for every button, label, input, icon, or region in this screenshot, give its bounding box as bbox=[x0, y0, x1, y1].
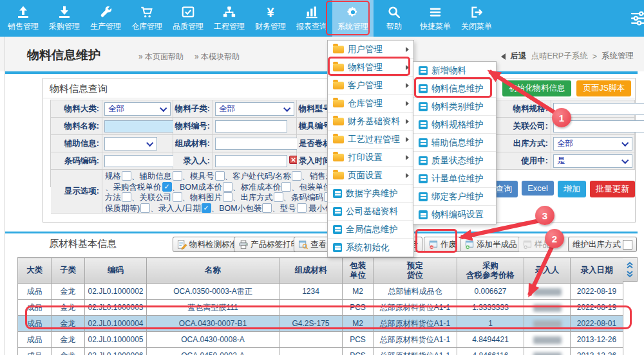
submenu-item-物料规格维护[interactable]: 物料规格维护 bbox=[413, 116, 496, 134]
select-value: 是 bbox=[557, 156, 565, 167]
page-js-script-button[interactable]: 页面JS脚本 bbox=[576, 80, 631, 96]
checkbox-关联公司[interactable] bbox=[173, 192, 182, 202]
column-header-子类[interactable]: 子类 bbox=[52, 258, 85, 284]
table-row[interactable]: 成品金龙02.JL0.1000005OCA.0430-0008-APCS总部原材… bbox=[18, 332, 623, 348]
table-cell: 金龙 bbox=[52, 284, 85, 300]
back-icon bbox=[501, 53, 506, 60]
checkbox-BOM成本价[interactable] bbox=[223, 182, 232, 192]
toolbar-button-作废[interactable]: 作废 bbox=[424, 237, 461, 252]
checkbox-录入人/日期[interactable] bbox=[202, 203, 211, 213]
page-help-link[interactable]: » 本页面帮助 bbox=[138, 51, 184, 62]
menu-item-页面设置[interactable]: 页面设置 bbox=[328, 167, 413, 185]
submenu-item-新增物料[interactable]: 新增物料 bbox=[413, 62, 496, 80]
nav-item-财务管理[interactable]: ¥财务管理 bbox=[250, 0, 291, 37]
checkbox-方法[interactable] bbox=[122, 192, 131, 202]
wrench-icon bbox=[99, 5, 113, 19]
sort-chevrons-icon[interactable] bbox=[623, 257, 638, 282]
table-row[interactable]: 成品金龙02.JL0.1000006OCA.0450-0002-APCS总部原材… bbox=[18, 348, 623, 355]
column-header-录入日期[interactable]: 录入日期 bbox=[571, 258, 623, 284]
back-link[interactable]: 后退 bbox=[510, 51, 526, 62]
menu-item-全局信息维护[interactable]: 全局信息维护 bbox=[328, 221, 413, 239]
table-row[interactable]: 成品金龙02.JL0.1000003蓝色离型膜111PCS总部原材料货位A1-1… bbox=[18, 300, 623, 316]
nav-item-仓库管理[interactable]: 仓库管理 bbox=[126, 0, 167, 37]
menu-item-数据字典维护[interactable]: 数据字典维护 bbox=[328, 185, 413, 203]
menu-item-客户管理[interactable]: 客户管理 bbox=[328, 77, 413, 95]
select-辅助信息[interactable] bbox=[104, 137, 157, 150]
checkbox-型号[interactable] bbox=[297, 203, 307, 213]
option-label: 物料图片 bbox=[190, 193, 222, 202]
checkbox-保质期等)[interactable] bbox=[140, 203, 150, 213]
toolbar-button-添加半成品[interactable]: 添加半成品 bbox=[460, 237, 522, 252]
submenu-item-物料类别维护[interactable]: 物料类别维护 bbox=[413, 98, 496, 116]
menu-item-用户管理[interactable]: 用户管理 bbox=[328, 41, 413, 59]
menu-item-公司基础资料[interactable]: 公司基础资料 bbox=[328, 203, 413, 221]
column-header-包装单位[interactable]: 包装 单位 bbox=[343, 258, 374, 284]
submenu-item-质量状态维护[interactable]: 质量状态维护 bbox=[413, 152, 496, 170]
table-cell: 02.JL0.1000003 bbox=[85, 300, 147, 316]
table-row[interactable]: 成品金龙02.JL0.1000004OCA.0430-0007-B1G4.2S-… bbox=[18, 316, 623, 332]
column-header-采购含税参考价格[interactable]: 采购 含税参考价格 bbox=[457, 258, 524, 284]
column-header-预定货位[interactable]: 预定 货位 bbox=[374, 258, 457, 284]
menu-item-物料管理[interactable]: 物料管理 bbox=[328, 59, 413, 77]
input-物料规格[interactable] bbox=[553, 103, 644, 115]
column-header-名称[interactable]: 名称 bbox=[147, 258, 279, 284]
checkbox-出库方式[interactable] bbox=[274, 192, 283, 202]
column-header-编码[interactable]: 编码 bbox=[85, 258, 147, 284]
submenu-item-物料信息维护[interactable]: 物料信息维护 bbox=[413, 80, 496, 98]
checkbox-维护出库方式[interactable] bbox=[623, 240, 632, 250]
checkbox-规格[interactable] bbox=[122, 171, 131, 181]
column-header-组成材料[interactable]: 组成材料 bbox=[279, 258, 343, 284]
action-button-增加[interactable]: 增加 bbox=[558, 181, 586, 197]
table-cell: 1234 bbox=[279, 284, 343, 300]
submenu-item-辅助信息维护[interactable]: 辅助信息维护 bbox=[413, 134, 496, 152]
submenu-item-计量单位维护[interactable]: 计量单位维护 bbox=[413, 170, 496, 188]
select-使用中[interactable]: 是 bbox=[553, 154, 632, 168]
submenu-item-物料编码设置[interactable]: 物料编码设置 bbox=[413, 206, 496, 224]
table-row[interactable]: 成品金龙02.JL0.1000002OCA.0350-0003-A雷正1234M… bbox=[18, 284, 623, 300]
nav-item-品质管理[interactable]: 品质管理 bbox=[167, 0, 209, 37]
nav-item-销售管理[interactable]: 销售管理 bbox=[3, 0, 44, 37]
column-header-录入人[interactable]: 录入人 bbox=[524, 258, 571, 284]
folder-icon bbox=[333, 82, 344, 89]
checkbox-模具号[interactable] bbox=[215, 171, 225, 181]
toolbar-button-维护出库方式[interactable]: 维护出库方式 bbox=[568, 237, 637, 252]
nav-item-生产管理[interactable]: 生产管理 bbox=[85, 0, 126, 37]
nav-item-帮助[interactable]: 帮助 bbox=[374, 0, 415, 37]
separator-text: 、 bbox=[301, 172, 310, 181]
toolbar-button-产品标签打印[interactable]: 产品标签打印 bbox=[234, 237, 303, 252]
nav-item-采购管理[interactable]: 采购管理 bbox=[44, 0, 85, 37]
sliders-icon[interactable] bbox=[630, 11, 644, 28]
action-button-批量更新[interactable]: 批量更新 bbox=[590, 181, 635, 197]
menu-item-仓库管理[interactable]: 仓库管理 bbox=[328, 95, 413, 113]
submenu-item-绑定客户维护[interactable]: 绑定客户维护 bbox=[413, 188, 496, 206]
menu-item-工艺过程管理[interactable]: 工艺过程管理 bbox=[328, 131, 413, 149]
checkbox-BOM小包装[interactable] bbox=[262, 203, 272, 213]
toolbar-button-查看[interactable]: 查看 bbox=[294, 237, 331, 252]
nav-item-工程管理[interactable]: 工程管理 bbox=[209, 0, 250, 37]
menu-item-label: 系统初始化 bbox=[346, 242, 390, 253]
checkbox-物料图片[interactable] bbox=[223, 192, 232, 202]
nav-item-系统管理[interactable]: 系统管理 bbox=[332, 0, 374, 37]
nav-item-快捷菜单[interactable]: 快捷菜单 bbox=[415, 0, 456, 37]
select-出库方式[interactable]: 全部 bbox=[553, 137, 632, 150]
checkbox-标准成本价[interactable] bbox=[281, 182, 291, 192]
checkbox-采购含税单价[interactable] bbox=[162, 182, 172, 192]
checkbox-辅助信息[interactable] bbox=[173, 171, 182, 181]
nav-item-报表查询[interactable]: 报表查询 bbox=[291, 0, 332, 37]
init-material-info-button[interactable]: 初始化物料信息 bbox=[502, 80, 572, 96]
menu-item-财务基础资料[interactable]: 财务基础资料 bbox=[328, 113, 413, 131]
select-物料子类[interactable]: 全部 bbox=[215, 102, 294, 116]
input-录入人[interactable] bbox=[215, 155, 287, 167]
module-help-link[interactable]: » 本模块帮助 bbox=[194, 51, 240, 62]
action-button-Excel[interactable]: Excel bbox=[522, 181, 554, 196]
breadcrumb-root[interactable]: 点晴ERP子系统 bbox=[531, 51, 587, 62]
checkbox-客户处代码/名称[interactable] bbox=[292, 171, 301, 181]
column-header-大类[interactable]: 大类 bbox=[18, 258, 52, 284]
input-物料编号[interactable] bbox=[215, 120, 287, 132]
toolbar-button-物料检测标准[interactable]: 物料检测标准 bbox=[173, 237, 242, 252]
nav-item-关闭菜单[interactable]: 关闭菜单 bbox=[456, 0, 497, 37]
input-关联公司[interactable] bbox=[553, 120, 644, 132]
menu-item-打印设置[interactable]: 打印设置 bbox=[328, 149, 413, 167]
menu-item-系统初始化[interactable]: 系统初始化 bbox=[328, 239, 413, 257]
select-物料大类[interactable]: 全部 bbox=[104, 102, 171, 116]
